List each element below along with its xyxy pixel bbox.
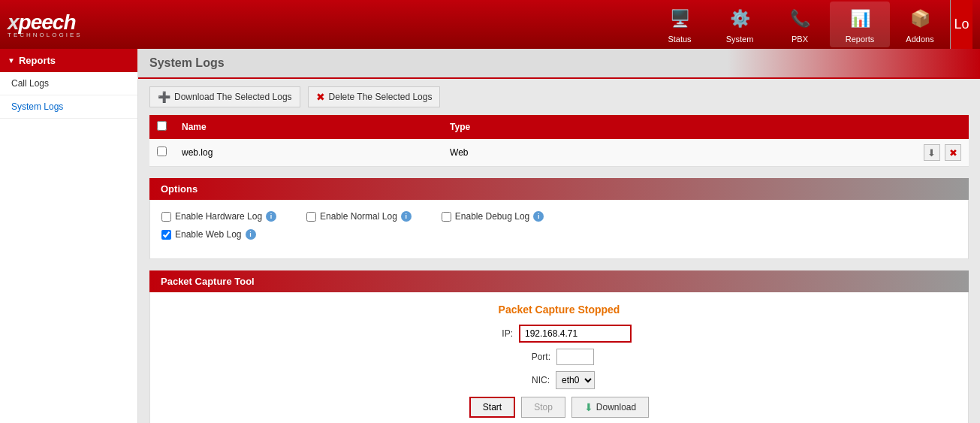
main-layout: ▼ Reports Call Logs System Logs System L… [0, 49, 980, 423]
logo-sub: TECHNOLOGIES [8, 32, 83, 38]
delete-selected-button[interactable]: ✖ Delete The Selected Logs [308, 86, 441, 107]
log-name: web.log [174, 139, 442, 167]
ip-row: IP: [161, 325, 957, 343]
web-log-checkbox[interactable] [161, 230, 171, 240]
debug-log-info-icon[interactable]: i [533, 211, 544, 222]
option-hw-log: Enable Hardware Log i [161, 211, 276, 222]
sidebar-arrow-icon: ▼ [8, 56, 15, 65]
col-name: Name [174, 115, 442, 139]
sidebar-item-call-logs[interactable]: Call Logs [0, 72, 137, 95]
row-checkbox[interactable] [157, 147, 167, 156]
content-area: System Logs ➕ Download The Selected Logs… [138, 49, 980, 423]
nav-system[interactable]: ⚙️ System [710, 2, 770, 47]
sidebar: ▼ Reports Call Logs System Logs [0, 49, 138, 423]
toolbar: ➕ Download The Selected Logs ✖ Delete Th… [138, 79, 980, 115]
web-log-info-icon[interactable]: i [246, 229, 256, 240]
packet-buttons: Start Stop ⬇ Download [161, 397, 957, 418]
download-btn-icon: ⬇ [584, 401, 593, 413]
close-button[interactable]: Lo [950, 0, 972, 49]
options-section-header: Options [149, 178, 969, 200]
delete-icon: ✖ [316, 91, 325, 103]
nic-row: NIC: eth0 [161, 371, 957, 389]
download-icon: ➕ [158, 91, 170, 103]
ip-label: IP: [487, 328, 513, 339]
nav-reports[interactable]: 📊 Reports [830, 2, 890, 47]
option-debug-log: Enable Debug Log i [442, 211, 544, 222]
row-download-icon[interactable]: ⬇ [924, 144, 940, 161]
packet-section-header: Packet Capture Tool [149, 270, 969, 292]
sidebar-item-system-logs[interactable]: System Logs [0, 95, 137, 119]
packet-status: Packet Capture Stopped [161, 304, 957, 316]
packet-section-body: Packet Capture Stopped IP: Port: NIC: et… [149, 292, 969, 423]
hw-log-info-icon[interactable]: i [266, 211, 276, 222]
download-button[interactable]: ⬇ Download [571, 397, 649, 418]
nic-label: NIC: [523, 375, 550, 385]
download-selected-button[interactable]: ➕ Download The Selected Logs [149, 86, 300, 107]
status-icon: 🖥️ [666, 5, 693, 32]
row-delete-icon[interactable]: ✖ [945, 144, 961, 161]
option-normal-log: Enable Normal Log i [306, 211, 412, 222]
app-header: xpeech TECHNOLOGIES 🖥️ Status ⚙️ System … [0, 0, 980, 49]
options-section-body: Enable Hardware Log i Enable Normal Log … [149, 200, 969, 259]
stop-button[interactable]: Stop [521, 397, 565, 418]
debug-log-checkbox[interactable] [442, 212, 451, 222]
start-button[interactable]: Start [469, 397, 515, 418]
normal-log-info-icon[interactable]: i [401, 211, 412, 222]
hw-log-checkbox[interactable] [161, 212, 171, 222]
nav-pbx[interactable]: 📞 PBX [770, 2, 830, 47]
pbx-icon: 📞 [786, 5, 813, 32]
sidebar-header: ▼ Reports [0, 49, 137, 72]
option-web-log: Enable Web Log i [161, 229, 256, 240]
addons-icon: 📦 [906, 5, 933, 32]
col-type: Type [442, 115, 648, 139]
nav-addons[interactable]: 📦 Addons [890, 2, 950, 47]
reports-icon: 📊 [846, 5, 873, 32]
logo: xpeech TECHNOLOGIES [8, 11, 83, 38]
nic-select[interactable]: eth0 [556, 371, 595, 389]
select-all-checkbox[interactable] [157, 121, 167, 131]
nav-status[interactable]: 🖥️ Status [650, 2, 710, 47]
options-row-2: Enable Web Log i [161, 229, 957, 240]
port-row: Port: [161, 349, 957, 365]
page-title: System Logs [138, 49, 980, 79]
port-label: Port: [524, 352, 550, 362]
table-row: web.log Web ⬇ ✖ [149, 139, 969, 167]
col-actions [648, 115, 969, 139]
normal-log-checkbox[interactable] [306, 212, 316, 222]
nav-icons: 🖥️ Status ⚙️ System 📞 PBX 📊 Reports 📦 Ad… [650, 0, 972, 49]
log-type: Web [442, 139, 648, 167]
options-row-1: Enable Hardware Log i Enable Normal Log … [161, 211, 957, 222]
log-table: Name Type web.log Web ⬇ ✖ [149, 115, 969, 167]
system-icon: ⚙️ [726, 5, 753, 32]
port-input[interactable] [556, 349, 594, 365]
ip-input[interactable] [519, 325, 632, 343]
